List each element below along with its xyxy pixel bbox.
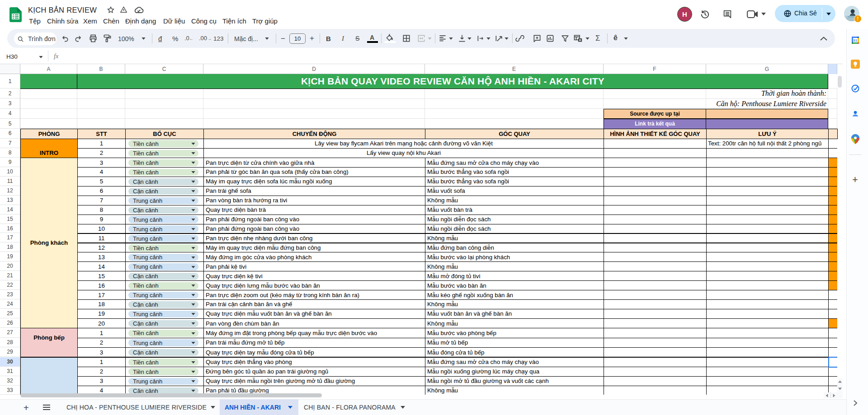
svg-text:31: 31	[853, 38, 857, 42]
